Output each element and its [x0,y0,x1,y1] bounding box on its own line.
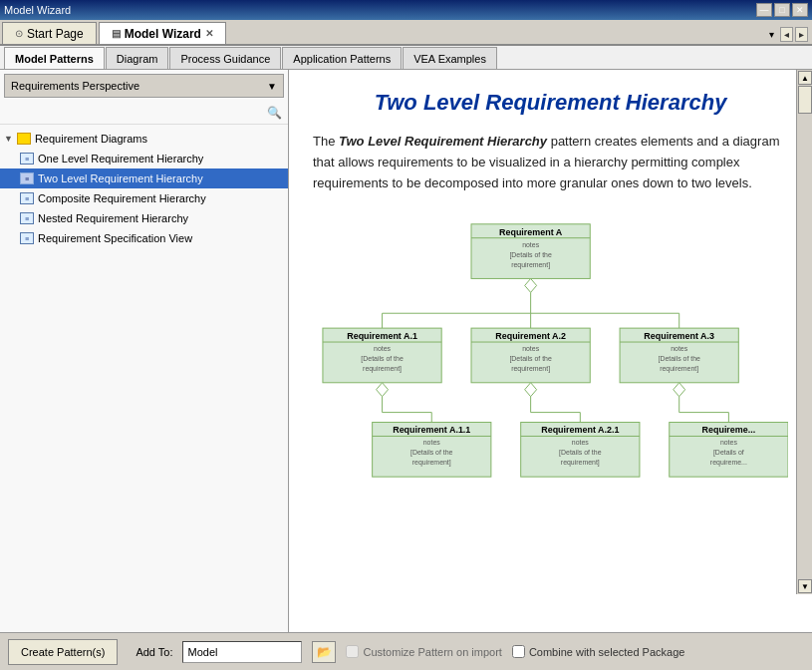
desc-part1: The [313,134,339,149]
nav-back-button[interactable]: ◂ [780,27,793,42]
title-bar-controls: — □ ✕ [756,3,808,17]
tree-container: ▼ Requirement Diagrams ≡ One Level Requi… [0,125,288,632]
tab-diagram-label: Diagram [117,53,158,65]
tab-vea-examples-label: VEA Examples [413,53,486,65]
combine-label-text: Combine with selected Package [529,646,685,658]
right-scrollbar[interactable]: ▲ ▼ [796,70,812,594]
folder-icon: 📂 [317,645,332,659]
svg-text:Requirement A.1: Requirement A.1 [347,331,417,341]
right-panel: Two Level Requirement Hierarchy The Two … [289,70,812,632]
tab-model-patterns-label: Model Patterns [15,53,94,65]
model-wizard-close-icon[interactable]: ✕ [205,28,213,39]
maximize-button[interactable]: □ [774,3,790,17]
svg-text:Requireme...: Requireme... [702,426,756,436]
tab-process-guidance[interactable]: Process Guidance [169,47,281,69]
desc-em: Two Level Requirement Hierarchy [339,134,547,149]
svg-text:requirement]: requirement] [363,365,402,373]
tab-start-page[interactable]: ⊙ Start Page [2,22,97,44]
tree-root-label: Requirement Diagrams [35,133,147,145]
req-icon-2: ≡ [20,172,34,184]
combine-checkbox-label: Combine with selected Package [512,645,685,658]
svg-text:notes: notes [572,440,590,447]
create-pattern-button[interactable]: Create Pattern(s) [8,639,118,665]
start-page-tab-label: Start Page [27,27,84,41]
svg-text:[Details of: [Details of [713,450,744,458]
svg-text:[Details of the: [Details of the [658,355,700,363]
content-area: Requirements Perspective ▼ 🔍 ▼ Requireme… [0,70,812,632]
tree-collapse-icon: ▼ [4,134,13,144]
svg-marker-6 [525,279,537,293]
tab-diagram[interactable]: Diagram [106,47,169,69]
svg-marker-30 [377,383,389,397]
req-icon-5: ≡ [20,232,34,244]
combine-checkbox[interactable] [512,645,525,658]
diagram-area: Requirement A notes [Details of the requ… [313,213,788,483]
main-container: Model Patterns Diagram Process Guidance … [0,46,812,670]
tree-item-label-5: Requirement Specification View [38,232,192,244]
tree-item-nested[interactable]: ≡ Nested Requirement Hierarchy [0,208,288,228]
browse-folder-button[interactable]: 📂 [312,641,336,663]
tab-vea-examples[interactable]: VEA Examples [403,47,497,69]
search-bar: 🔍 [0,102,288,125]
model-wizard-tab-label: Model Wizard [125,27,201,41]
tab-model-patterns[interactable]: Model Patterns [4,47,105,69]
perspective-dropdown-icon[interactable]: ▼ [267,81,277,92]
tree-item-two-level[interactable]: ≡ Two Level Requirement Hierarchy [0,168,288,188]
scroll-up-btn[interactable]: ▲ [798,71,812,85]
minimize-button[interactable]: — [756,3,772,17]
tab-model-wizard[interactable]: ▤ Model Wizard ✕ [99,22,226,44]
svg-marker-40 [525,383,537,397]
svg-text:notes: notes [423,440,441,447]
customize-checkbox-label: Customize Pattern on import [346,645,501,658]
svg-text:requirement]: requirement] [561,460,600,468]
pattern-title: Two Level Requirement Hierarchy [313,90,788,116]
tree-item-composite[interactable]: ≡ Composite Requirement Hierarchy [0,188,288,208]
svg-text:requireme...: requireme... [710,460,747,468]
svg-text:[Details of the: [Details of the [361,355,404,363]
svg-text:notes: notes [522,241,540,248]
pin-icon[interactable]: ▾ [765,29,778,40]
svg-text:requirement]: requirement] [412,460,451,468]
top-tab-bar: ⊙ Start Page ▤ Model Wizard ✕ ▾ ◂ ▸ [0,20,812,46]
close-button[interactable]: ✕ [792,3,808,17]
svg-text:requirement]: requirement] [511,365,550,373]
secondary-tab-bar: Model Patterns Diagram Process Guidance … [0,46,812,70]
svg-text:[Details of the: [Details of the [410,450,453,458]
svg-text:requirement]: requirement] [660,365,698,373]
customize-checkbox[interactable] [346,645,359,658]
svg-marker-50 [674,383,685,397]
tree-item-spec-view[interactable]: ≡ Requirement Specification View [0,228,288,248]
bottom-bar: Create Pattern(s) Add To: 📂 Customize Pa… [0,632,812,670]
search-button[interactable]: 🔍 [264,104,284,122]
scroll-thumb[interactable] [798,86,812,114]
svg-text:notes: notes [720,440,738,447]
diagram-svg: Requirement A notes [Details of the requ… [313,213,788,483]
svg-text:Requirement A: Requirement A [499,227,563,237]
req-icon-4: ≡ [20,212,34,224]
svg-text:notes: notes [522,345,540,352]
svg-text:requirement]: requirement] [511,261,550,269]
scroll-down-btn[interactable]: ▼ [798,579,812,593]
tree-item-one-level[interactable]: ≡ One Level Requirement Hierarchy [0,149,288,168]
perspective-bar: Requirements Perspective ▼ [4,74,284,98]
tree-item-label-2: Two Level Requirement Hierarchy [38,172,203,184]
svg-text:notes: notes [671,345,688,352]
model-wizard-icon: ▤ [112,28,121,39]
nav-fwd-button[interactable]: ▸ [795,27,808,42]
svg-text:notes: notes [374,345,392,352]
svg-text:[Details of the: [Details of the [509,251,552,259]
svg-text:Requirement A.3: Requirement A.3 [644,331,714,341]
title-bar-text: Model Wizard [4,4,71,16]
svg-text:Requirement A.2.1: Requirement A.2.1 [541,426,619,436]
add-to-label: Add To: [135,646,172,658]
customize-label-text: Customize Pattern on import [363,646,501,658]
add-to-input[interactable] [182,641,302,663]
start-page-icon: ⊙ [15,28,23,39]
tree-root[interactable]: ▼ Requirement Diagrams [0,129,288,149]
tab-application-patterns[interactable]: Application Patterns [282,47,402,69]
content-scroll: Two Level Requirement Hierarchy The Two … [289,70,812,632]
svg-text:[Details of the: [Details of the [559,450,602,458]
req-icon-1: ≡ [20,153,34,165]
perspective-label: Requirements Perspective [11,80,139,92]
pattern-description: The Two Level Requirement Hierarchy patt… [313,132,788,193]
